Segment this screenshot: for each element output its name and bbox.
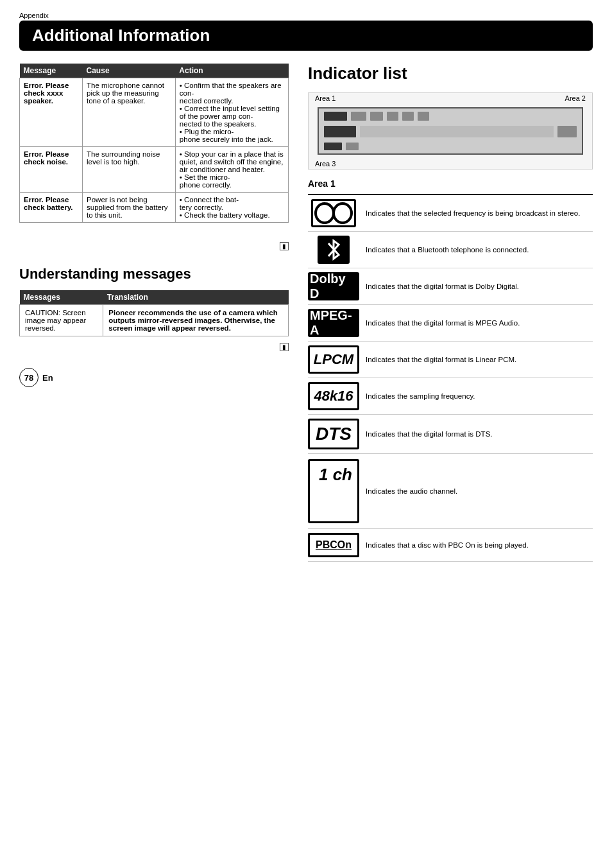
48k16-label: 48k16 (314, 388, 353, 404)
bottom-bar: 78 En (19, 364, 289, 387)
svg-point-0 (316, 204, 334, 223)
indicator-list-title: Indicator list (308, 64, 593, 83)
header-title: Additional Information (32, 26, 210, 46)
page-indicator-2: ▮ (280, 343, 289, 351)
dts-label: DTS (316, 424, 352, 444)
bluetooth-icon-container (308, 236, 359, 264)
table-row: Error. Please check battery. Power is no… (20, 193, 289, 223)
indicator-row-48k16: 48k16 Indicates the sampling frequency. (308, 378, 593, 415)
error-message-1: Error. Please check xxxx speaker. (20, 78, 83, 147)
error-table-header-message: Message (20, 64, 83, 78)
error-action-3: • Connect the bat-tery correctly. • Chec… (175, 193, 288, 223)
section-header: Additional Information (19, 21, 593, 51)
indicator-desc-bluetooth: Indicates that a Bluetooth telephone is … (366, 245, 593, 255)
indicator-desc-stereo: Indicates that the selected frequency is… (366, 208, 593, 218)
dts-icon-container: DTS (308, 419, 359, 449)
indicator-row-dts: DTS Indicates that the digital format is… (308, 415, 593, 454)
bluetooth-icon (318, 236, 350, 264)
1ch-icon: 1 ch (308, 459, 359, 523)
48k16-icon-container: 48k16 (308, 382, 359, 410)
indicator-desc-48k16: Indicates the sampling frequency. (366, 391, 593, 401)
indicator-desc-dts: Indicates that the digital format is DTS… (366, 429, 593, 439)
indicator-desc-1ch: Indicates the audio channel. (366, 486, 593, 496)
stereo-icon (311, 199, 356, 227)
left-column: Message Cause Action Error. Please check… (19, 64, 289, 562)
messages-table: Messages Translation CAUTION: Screen ima… (19, 290, 289, 336)
indicator-row-pbc: PBCOn Indicates that a disc with PBC On … (308, 529, 593, 562)
error-action-2: • Stop your car in a place that is quiet… (175, 147, 288, 193)
error-table-header-action: Action (175, 64, 288, 78)
area3-label: Area 3 (315, 160, 336, 168)
table-row: Error. Please check noise. The surroundi… (20, 147, 289, 193)
error-table-header-cause: Cause (83, 64, 176, 78)
lpcm-icon: LPCM (308, 345, 359, 374)
dolby-icon: Dolby D (308, 272, 359, 300)
display-diagram: Area 1 Area 2 (308, 92, 593, 169)
msg-table-header-translation: Translation (103, 290, 289, 305)
msg-message-1: CAUTION: Screen image may appear reverse… (20, 305, 103, 336)
lpcm-label: LPCM (314, 351, 353, 368)
lpcm-icon-container: LPCM (308, 345, 359, 374)
pbc-label: PBCOn (316, 539, 352, 551)
mpeg-label: MPEG-A (310, 308, 357, 338)
indicator-row-lpcm: LPCM Indicates that the digital format i… (308, 342, 593, 378)
indicator-desc-lpcm: Indicates that the digital format is Lin… (366, 354, 593, 365)
indicator-row-dolby: Dolby D Indicates that the digital forma… (308, 268, 593, 305)
pbc-icon-container: PBCOn (308, 533, 359, 557)
pbc-icon: PBCOn (308, 533, 359, 557)
48k16-icon: 48k16 (308, 382, 359, 410)
understanding-messages-title: Understanding messages (19, 266, 289, 282)
area1-label: Area 1 (315, 94, 336, 102)
indicator-desc-mpeg: Indicates that the digital format is MPE… (366, 318, 593, 328)
indicator-row-stereo: Indicates that the selected frequency is… (308, 195, 593, 232)
page-indicator-1: ▮ (280, 242, 289, 250)
area1-heading: Area 1 (308, 178, 593, 189)
indicator-row-1ch: 1 ch Indicates the audio channel. (308, 454, 593, 529)
area2-label: Area 2 (565, 94, 586, 102)
stereo-icon-container (308, 199, 359, 227)
dolby-label: Dolby D (310, 272, 357, 301)
en-label: En (42, 373, 53, 383)
mpeg-icon-container: MPEG-A (308, 309, 359, 337)
table-row: CAUTION: Screen image may appear reverse… (20, 305, 289, 336)
error-message-3: Error. Please check battery. (20, 193, 83, 223)
1ch-icon-container: 1 ch (308, 459, 359, 523)
error-message-2: Error. Please check noise. (20, 147, 83, 193)
error-cause-2: The surrounding noise level is too high. (83, 147, 176, 193)
msg-translation-1: Pioneer recommends the use of a camera w… (103, 305, 289, 336)
page-number: 78 (19, 368, 38, 387)
appendix-label: Appendix (19, 12, 593, 19)
indicator-row-bluetooth: Indicates that a Bluetooth telephone is … (308, 232, 593, 268)
error-action-1: • Confirm that the speakers are con-nect… (175, 78, 288, 147)
dolby-icon-container: Dolby D (308, 272, 359, 300)
error-table: Message Cause Action Error. Please check… (19, 64, 289, 223)
page: Appendix Additional Information Message … (0, 0, 612, 868)
1ch-label: 1 ch (319, 465, 352, 485)
right-column: Indicator list Area 1 Area 2 (308, 64, 593, 562)
dts-icon: DTS (308, 419, 359, 449)
svg-point-1 (334, 204, 352, 223)
table-row: Error. Please check xxxx speaker. The mi… (20, 78, 289, 147)
mpeg-icon: MPEG-A (308, 309, 359, 337)
error-cause-1: The microphone cannot pick up the measur… (83, 78, 176, 147)
error-cause-3: Power is not being supplied from the bat… (83, 193, 176, 223)
indicator-desc-dolby: Indicates that the digital format is Dol… (366, 281, 593, 291)
msg-table-header-messages: Messages (20, 290, 103, 305)
indicator-row-mpeg: MPEG-A Indicates that the digital format… (308, 305, 593, 342)
indicator-desc-pbc: Indicates that a disc with PBC On is bei… (366, 540, 593, 550)
